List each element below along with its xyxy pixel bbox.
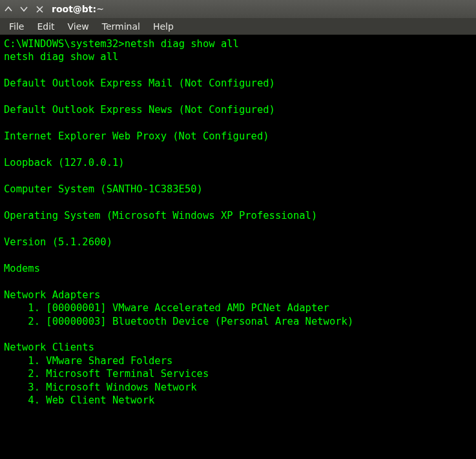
terminal-line: 3. Microsoft Windows Network	[4, 382, 197, 393]
window-title: root@bt: ~	[52, 4, 104, 14]
terminal-line: Internet Explorer Web Proxy (Not Configu…	[4, 130, 269, 142]
terminal-line: 4. Web Client Network	[4, 394, 154, 406]
menu-help[interactable]: Help	[148, 20, 179, 33]
terminal-line: Default Outlook Express Mail (Not Config…	[4, 77, 275, 89]
terminal-line: 1. [00000001] VMware Accelerated AMD PCN…	[4, 302, 329, 314]
menu-terminal[interactable]: Terminal	[97, 20, 145, 33]
window-titlebar: root@bt: ~	[0, 0, 476, 18]
terminal-line: Modems	[4, 263, 40, 274]
menu-view[interactable]: View	[63, 20, 94, 33]
menu-edit[interactable]: Edit	[32, 20, 59, 33]
terminal-command: netsh diag show all	[125, 38, 239, 50]
terminal-line: 2. Microsoft Terminal Services	[4, 368, 209, 380]
menu-file[interactable]: File	[4, 20, 29, 33]
terminal-line: Loopback (127.0.0.1)	[4, 157, 125, 168]
window-title-host: root@bt:	[52, 4, 96, 14]
terminal-line: Computer System (SANTHO-1C383E50)	[4, 183, 203, 195]
close-button[interactable]	[35, 5, 44, 14]
terminal-line: Operating System (Microsoft Windows XP P…	[4, 210, 317, 221]
terminal-line: 2. [00000003] Bluetooth Device (Personal…	[4, 316, 353, 327]
terminal-prompt: C:\WINDOWS\system32>	[4, 38, 125, 50]
terminal-line: 1. VMware Shared Folders	[4, 355, 172, 367]
terminal-viewport[interactable]: C:\WINDOWS\system32>netsh diag show all …	[0, 35, 476, 459]
maximize-button[interactable]	[19, 5, 28, 14]
terminal-line: Version (5.1.2600)	[4, 236, 112, 248]
minimize-button[interactable]	[4, 5, 13, 14]
terminal-line: Network Adapters	[4, 289, 100, 301]
terminal-line: Network Clients	[4, 342, 94, 353]
terminal-line: Default Outlook Express News (Not Config…	[4, 104, 275, 116]
menubar: File Edit View Terminal Help	[0, 18, 476, 35]
terminal-line: netsh diag show all	[4, 51, 118, 63]
window-title-path: ~	[96, 4, 104, 14]
window-controls	[4, 5, 44, 14]
